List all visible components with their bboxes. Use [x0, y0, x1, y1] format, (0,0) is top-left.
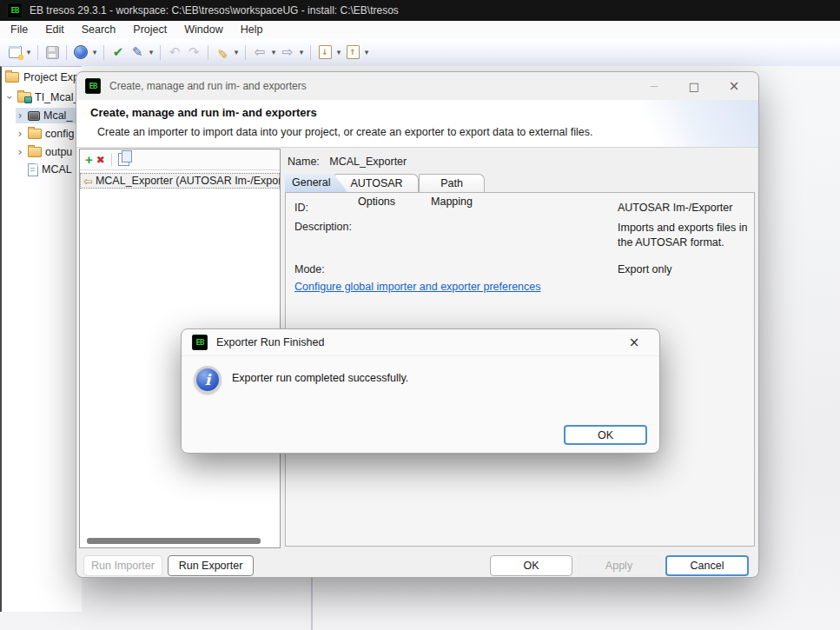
tree-item-config[interactable]: › config [16, 126, 82, 142]
wand-icon: ✎ [217, 46, 228, 59]
chevron-collapsed-icon[interactable]: › [16, 129, 24, 138]
list-toolbar: + ✖ [80, 149, 280, 170]
code-generator-dropdown-icon[interactable]: ▾ [147, 48, 155, 56]
tree-item-label: config [45, 128, 74, 140]
tree-item-label: outpu [45, 146, 72, 158]
menu-window[interactable]: Window [175, 21, 231, 38]
name-label: Name: [288, 156, 320, 168]
exporter-arrow-icon: ⇦ [83, 176, 93, 187]
copy-exporter-button[interactable] [118, 153, 129, 166]
minimize-button: ─ [639, 76, 669, 96]
maximize-button[interactable]: □ [679, 76, 709, 96]
menu-project[interactable]: Project [124, 21, 175, 38]
message-close-button[interactable]: × [619, 333, 649, 352]
import-dropdown-icon[interactable]: ▾ [334, 48, 343, 56]
add-exporter-button[interactable]: + [85, 153, 93, 166]
mode-value: Export only [618, 263, 672, 275]
web-browser-dropdown-icon[interactable]: ▾ [90, 48, 99, 56]
save-icon [46, 46, 59, 59]
toolbar-separator [208, 45, 208, 60]
window-title: EB tresos 29.3.1 - workspace: C:\EB\tres… [30, 4, 399, 17]
message-dialog-titlebar[interactable]: EB Exporter Run Finished [182, 329, 659, 356]
preferences-link[interactable]: Configure global importer and exporter p… [294, 281, 541, 293]
import-icon: ↓ [319, 45, 332, 59]
tree-item-project[interactable]: › TI_Mcal_ [5, 90, 82, 105]
import-button[interactable]: ↓ [315, 42, 334, 63]
tree-item-mcal[interactable]: › Mcal_ [16, 108, 82, 123]
main-toolbar: ▾ ▾ ✔ ✎ ▾ ↶ ↷ ✎ ▾ ⇦ ▾ ⇨ ▾ ↓ ▾ ↑ ▾ [0, 38, 840, 67]
description-value: Imports and exports files in the AUTOSAR… [618, 221, 765, 250]
check-icon: ✔ [113, 46, 124, 59]
back-button[interactable]: ⇦ [250, 42, 269, 63]
tab-path-mapping[interactable]: Path Mapping [419, 174, 485, 192]
tree-item-mcal-file[interactable]: MCAL [16, 162, 82, 177]
save-button[interactable] [43, 42, 62, 63]
toolbar-separator [37, 45, 38, 60]
toolbar-separator [245, 45, 246, 60]
ok-button[interactable]: OK [490, 555, 572, 576]
name-value[interactable]: MCAL_Exporter [329, 156, 407, 168]
redo-icon: ↷ [189, 46, 200, 59]
undo-button[interactable]: ↶ [165, 42, 184, 63]
eb-tresos-application-window: EB EB tresos 29.3.1 - workspace: C:\EB\t… [0, 0, 840, 630]
folder-icon [28, 147, 42, 157]
run-wizard-dropdown-icon[interactable]: ▾ [232, 48, 241, 56]
tree-item-output[interactable]: › outpu [16, 144, 82, 160]
forward-arrow-icon: ⇨ [282, 46, 294, 59]
chevron-collapsed-icon[interactable]: › [16, 148, 24, 156]
chevron-collapsed-icon[interactable]: › [16, 111, 24, 120]
run-exporter-button[interactable]: Run Exporter [168, 555, 254, 576]
cancel-button[interactable]: Cancel [665, 555, 749, 576]
redo-button[interactable]: ↷ [184, 42, 203, 63]
verify-button[interactable]: ✔ [109, 42, 128, 63]
new-wizard-icon [9, 46, 22, 58]
new-wizard-dropdown-icon[interactable]: ▾ [24, 48, 33, 56]
banner-decoration [606, 100, 758, 147]
export-button[interactable]: ↑ [343, 42, 362, 63]
dialog-header-subtitle: Create an importer to import data into y… [97, 126, 592, 138]
toolbar-separator [310, 45, 311, 60]
menu-bar: File Edit Search Project Window Help [0, 21, 840, 38]
new-wizard-button[interactable] [5, 42, 24, 63]
delete-exporter-button[interactable]: ✖ [96, 155, 105, 165]
export-dropdown-icon[interactable]: ▾ [362, 48, 371, 56]
menu-search[interactable]: Search [73, 21, 125, 38]
forward-dropdown-icon[interactable]: ▾ [297, 48, 306, 56]
eb-logo-icon: EB [85, 78, 101, 94]
menu-file[interactable]: File [2, 21, 36, 38]
tab-autosar-options[interactable]: AUTOSAR Options [334, 174, 419, 192]
project-explorer-tab[interactable]: Project Expl [5, 71, 82, 83]
tree-item-label: TI_Mcal_ [35, 91, 79, 103]
close-button[interactable]: × [719, 76, 749, 96]
menu-help[interactable]: Help [232, 21, 272, 38]
apply-button: Apply [578, 555, 660, 576]
chevron-expanded-icon[interactable]: › [5, 93, 14, 102]
dialog-header-title: Create, manage and run im- and exporters [90, 106, 317, 119]
toolbar-separator [111, 154, 112, 166]
file-icon [28, 163, 38, 176]
tree-item-label: MCAL [42, 163, 72, 176]
toolbar-separator [160, 45, 161, 60]
editor-sash[interactable] [311, 576, 313, 630]
description-label: Description: [294, 221, 352, 233]
folder-icon [5, 72, 19, 83]
run-importer-button: Run Importer [83, 555, 162, 576]
pencil-icon: ✎ [132, 46, 143, 59]
code-generator-button[interactable]: ✎ [128, 42, 147, 63]
forward-button[interactable]: ⇨ [278, 42, 297, 63]
web-browser-button[interactable] [71, 42, 90, 63]
toolbar-separator [103, 45, 104, 60]
exporter-list-item-label: MCAL_Exporter (AUTOSAR Im-/Exporter) [96, 175, 281, 187]
project-explorer-panel: Project Expl › TI_Mcal_ › Mcal_ › config… [0, 66, 82, 612]
exporter-list-item[interactable]: ⇦ MCAL_Exporter (AUTOSAR Im-/Exporter) [80, 173, 280, 189]
dialog-header-banner: Create, manage and run im- and exporters… [76, 100, 758, 148]
tab-bar: AUTOSAR Options Path Mapping General [285, 174, 755, 192]
exporter-run-finished-dialog: EB Exporter Run Finished × i Exporter ru… [181, 328, 660, 454]
run-wizard-button[interactable]: ✎ [213, 42, 232, 63]
horizontal-scrollbar[interactable] [87, 538, 261, 544]
menu-edit[interactable]: Edit [36, 21, 73, 38]
folder-icon [28, 129, 42, 139]
project-explorer-title: Project Expl [23, 71, 82, 83]
back-dropdown-icon[interactable]: ▾ [269, 48, 278, 56]
message-ok-button[interactable]: OK [564, 425, 647, 445]
